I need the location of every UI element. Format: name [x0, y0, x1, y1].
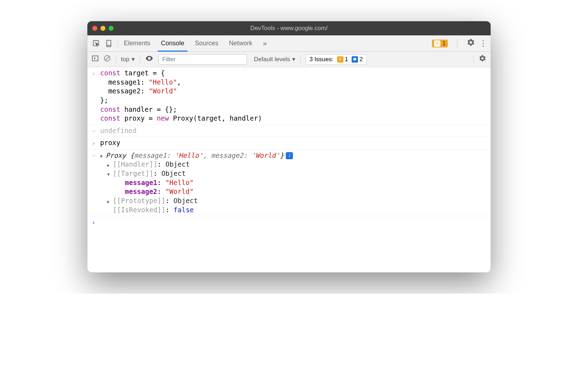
object-property[interactable]: [[Prototype]]: Object [107, 196, 486, 206]
console-toolbar: top ▾ Default levels ▾ 3 Issues: ! 1 2 [87, 52, 491, 67]
warning-icon: ! [337, 56, 343, 63]
tab-network[interactable]: Network [229, 35, 252, 51]
console-output-row: Proxy {message1: 'Hello', message2: 'Wor… [87, 150, 491, 216]
traffic-lights [92, 26, 114, 31]
console-settings-icon[interactable] [479, 54, 486, 64]
issues-info-count: 2 [359, 56, 363, 63]
sidebar-toggle-icon[interactable] [92, 55, 99, 64]
window-title: DevTools - www.google.com/ [87, 25, 491, 32]
console-output-undefined: undefined [100, 126, 486, 136]
svg-line-5 [105, 57, 109, 60]
devtools-window: DevTools - www.google.com/ Elements Cons… [87, 21, 491, 272]
console-input-row: proxy [87, 137, 491, 149]
log-levels[interactable]: Default levels ▾ [254, 56, 295, 63]
minimize-icon[interactable] [100, 26, 105, 31]
input-prompt-icon [92, 138, 100, 148]
main-tabbar: Elements Console Sources Network » ! 1 ⋮ [87, 35, 491, 52]
expand-arrow-icon[interactable] [100, 151, 106, 160]
info-icon [352, 56, 358, 63]
kebab-menu-icon[interactable]: ⋮ [479, 40, 487, 47]
clear-console-icon[interactable] [104, 55, 111, 64]
console-input-code: proxy [100, 138, 486, 148]
console-output-row: undefined [87, 125, 491, 137]
object-property[interactable]: [[Target]]: Object [107, 169, 486, 178]
console-prompt-row[interactable] [87, 216, 491, 228]
console-input-row: const target = { message1: "Hello", mess… [87, 67, 491, 125]
object-property[interactable]: message1: "Hello" [116, 178, 486, 188]
expand-arrow-icon[interactable] [107, 160, 113, 169]
tab-console[interactable]: Console [161, 35, 184, 51]
input-prompt-icon [92, 69, 100, 78]
warnings-badge[interactable]: ! 1 [432, 40, 448, 47]
object-property[interactable]: [[IsRevoked]]: false [107, 206, 486, 215]
expand-arrow-icon[interactable] [107, 196, 113, 206]
tab-sources[interactable]: Sources [195, 35, 218, 51]
filter-input[interactable] [158, 54, 247, 65]
settings-icon[interactable] [467, 38, 475, 48]
issues-warn-count: 1 [345, 56, 348, 63]
svg-rect-1 [107, 40, 111, 46]
console-input-code: const target = { message1: "Hello", mess… [100, 69, 486, 123]
console-body: const target = { message1: "Hello", mess… [87, 67, 491, 272]
object-property[interactable]: message2: "World" [116, 187, 486, 196]
expand-arrow-icon[interactable] [107, 169, 113, 178]
close-icon[interactable] [92, 26, 97, 31]
eye-icon[interactable] [145, 54, 154, 64]
issues-box[interactable]: 3 Issues: ! 1 2 [306, 54, 367, 65]
object-header[interactable]: Proxy {message1: 'Hello', message2: 'Wor… [100, 151, 486, 160]
svg-rect-6 [353, 58, 356, 60]
warning-icon: ! [434, 40, 440, 47]
prompt-icon [92, 218, 100, 227]
device-toggle-icon[interactable] [105, 40, 113, 47]
tab-more[interactable]: » [263, 35, 267, 51]
context-selector[interactable]: top ▾ [121, 56, 135, 63]
inspect-icon[interactable] [92, 40, 100, 47]
titlebar: DevTools - www.google.com/ [87, 21, 491, 35]
info-icon[interactable]: i [286, 152, 293, 159]
warning-count: 1 [443, 40, 446, 47]
chevron-down-icon: ▾ [292, 56, 295, 63]
tab-elements[interactable]: Elements [124, 35, 150, 51]
object-property[interactable]: [[Handler]]: Object [107, 160, 486, 169]
output-indicator-icon [92, 151, 100, 160]
output-indicator-icon [92, 126, 100, 135]
object-tree: Proxy {message1: 'Hello', message2: 'Wor… [100, 151, 486, 214]
maximize-icon[interactable] [109, 26, 114, 31]
chevron-down-icon: ▾ [132, 56, 135, 63]
issues-label: 3 Issues: [310, 56, 334, 63]
